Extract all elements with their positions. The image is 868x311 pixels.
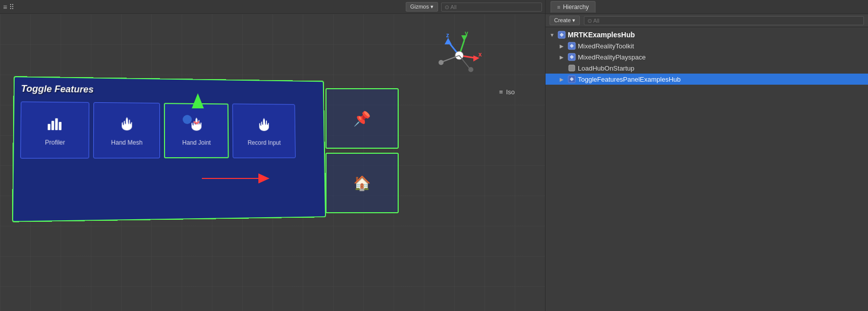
tree-label-mrtk-hub: MRTKExamplesHub xyxy=(568,31,635,39)
hand-mesh-button[interactable]: Hand Mesh xyxy=(93,102,160,159)
record-input-label: Record Input xyxy=(248,139,281,146)
hierarchy-tree: ▼ MRTKExamplesHub ▶ MixedRealityToolkit xyxy=(546,27,868,311)
record-input-icon xyxy=(256,116,272,135)
tree-item-mixed-reality-toolkit[interactable]: ▶ MixedRealityToolkit xyxy=(546,40,868,51)
hierarchy-header: ≡ Hierarchy xyxy=(546,0,868,14)
tree-arrow-mixed-reality-toolkit: ▶ xyxy=(560,43,566,49)
gizmo-iso: ≡ Iso xyxy=(499,88,515,96)
tree-label-mixed-reality-toolkit: MixedRealityToolkit xyxy=(578,42,634,50)
hierarchy-tab[interactable]: ≡ Hierarchy xyxy=(551,1,595,13)
svg-text:y: y xyxy=(465,30,468,37)
sphere-marker xyxy=(183,115,192,124)
hierarchy-panel: ≡ Hierarchy Create ▾ ▼ MRTKExamplesHub ▶ xyxy=(545,0,868,311)
scene-search-input[interactable] xyxy=(441,3,542,12)
toggle-features-panel: Toggle Features Profiler xyxy=(12,76,326,222)
unity-icon-toggle-features-panel xyxy=(568,75,576,83)
tree-label-mixed-reality-playspace: MixedRealityPlayspace xyxy=(578,53,645,61)
hand-joint-arrow xyxy=(258,173,269,183)
home-icon: 🏠 xyxy=(353,175,371,192)
iso-label: Iso xyxy=(506,88,515,96)
svg-rect-1 xyxy=(51,120,54,130)
pin-panel[interactable]: 📌 xyxy=(326,88,399,149)
hand-joint-button[interactable]: Hand Joint xyxy=(164,103,229,158)
hierarchy-tab-icon: ≡ xyxy=(557,4,560,10)
scene-view[interactable]: ≡ ⠿ Gizmos ▾ Toggle Features Profiler xyxy=(0,0,545,311)
tree-item-mixed-reality-playspace[interactable]: ▶ MixedRealityPlayspace xyxy=(546,51,868,63)
toggle-features-buttons: Profiler Hand Mesh xyxy=(20,101,318,158)
home-panel[interactable]: 🏠 xyxy=(326,153,399,213)
record-input-button[interactable]: Record Input xyxy=(232,104,295,158)
svg-rect-2 xyxy=(55,118,58,130)
toggle-features-title: Toggle Features xyxy=(21,84,317,98)
tree-item-load-hub-on-startup[interactable]: ▶ LoadHubOnStartup xyxy=(546,63,868,74)
svg-rect-3 xyxy=(59,121,62,130)
tree-label-load-hub-on-startup: LoadHubOnStartup xyxy=(578,65,634,72)
gizmos-button[interactable]: Gizmos ▾ xyxy=(406,2,438,12)
right-panels: 📌 🏠 xyxy=(326,88,399,213)
tree-item-toggle-features-panel[interactable]: ▶ ToggleFeaturesPanelExamplesHub xyxy=(546,74,868,85)
svg-point-20 xyxy=(468,67,473,72)
tree-label-toggle-features-panel: ToggleFeaturesPanelExamplesHub xyxy=(578,76,681,83)
unity-icon-mixed-reality-toolkit xyxy=(568,42,576,50)
cone-marker xyxy=(192,93,204,108)
unity-icon-mrtk-hub xyxy=(558,31,566,39)
tree-item-mrtk-hub[interactable]: ▼ MRTKExamplesHub xyxy=(546,29,868,40)
hierarchy-search-input[interactable] xyxy=(584,16,864,25)
hierarchy-tab-label: Hierarchy xyxy=(563,4,588,11)
iso-menu-icon: ≡ xyxy=(499,88,503,96)
profiler-button[interactable]: Profiler xyxy=(20,101,89,158)
tree-arrow-toggle-features-panel: ▶ xyxy=(560,77,566,82)
profiler-label: Profiler xyxy=(45,139,65,146)
hand-joint-line xyxy=(202,178,262,179)
hand-mesh-label: Hand Mesh xyxy=(111,139,142,146)
svg-text:z: z xyxy=(446,32,449,39)
toolbar-menu-icon: ≡ ⠿ xyxy=(3,3,14,11)
profiler-icon xyxy=(46,114,64,135)
create-button[interactable]: Create ▾ xyxy=(550,16,580,25)
hand-mesh-icon xyxy=(119,115,135,135)
hand-joint-label: Hand Joint xyxy=(182,139,211,146)
unity-icon-mixed-reality-playspace xyxy=(568,53,576,61)
svg-point-18 xyxy=(439,60,444,65)
scene-toolbar: ≡ ⠿ Gizmos ▾ xyxy=(0,0,545,14)
svg-text:x: x xyxy=(478,51,482,58)
unity-icon-load-hub-on-startup xyxy=(568,64,576,72)
tree-arrow-mrtk-hub: ▼ xyxy=(550,32,556,38)
pin-icon: 📌 xyxy=(353,110,371,127)
svg-rect-0 xyxy=(48,123,50,130)
tree-arrow-mixed-reality-playspace: ▶ xyxy=(560,54,566,60)
hierarchy-toolbar: Create ▾ xyxy=(546,14,868,27)
svg-rect-24 xyxy=(569,65,575,71)
gizmo-widget[interactable]: z y x xyxy=(434,30,484,86)
